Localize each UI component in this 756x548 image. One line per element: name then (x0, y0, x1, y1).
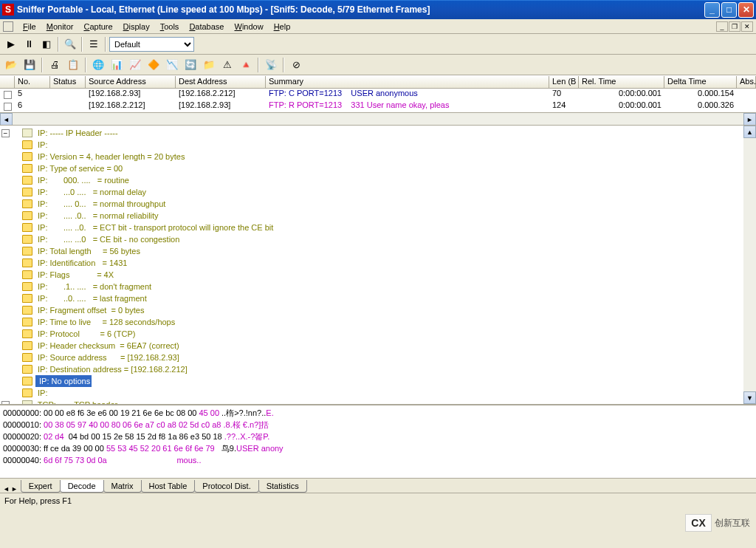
tool-icon-3[interactable]: 📈 (127, 57, 143, 73)
options-icon[interactable]: ☰ (86, 36, 102, 52)
tab-host-table[interactable]: Host Table (141, 480, 196, 493)
packet-list[interactable]: 5[192.168.2.93][192.168.2.212]FTP: C POR… (0, 89, 756, 112)
tool-icon-5[interactable]: 📉 (164, 57, 180, 73)
decode-line[interactable]: IP: .1.. .... = don't fragment (1, 281, 755, 292)
menu-database[interactable]: Database (184, 21, 229, 32)
scroll-right-icon[interactable]: ► (743, 113, 756, 126)
decode-line[interactable]: IP: (1, 139, 755, 151)
decode-line[interactable]: IP: Header checksum = 6EA7 (correct) (1, 340, 755, 352)
tree-toggle-icon[interactable]: − (1, 129, 10, 137)
folder-icon (22, 199, 32, 208)
col-rel[interactable]: Rel. Time (579, 76, 664, 88)
hex-line[interactable]: 00000000: 00 00 e8 f6 3e e6 00 19 21 6e … (3, 407, 753, 419)
decode-line[interactable]: IP: Total length = 56 bytes (1, 245, 755, 257)
menu-file[interactable]: File (18, 21, 41, 32)
menu-window[interactable]: Window (229, 21, 268, 32)
tab-matrix[interactable]: Matrix (103, 480, 142, 493)
decode-line[interactable]: IP: .... ..0. = ECT bit - transport prot… (1, 222, 755, 233)
packet-list-hscroll[interactable]: ◄ ► (0, 112, 756, 125)
decode-line[interactable]: IP: Flags = 4X (1, 269, 755, 281)
decode-line[interactable]: IP: ...0 .... = normal delay (1, 186, 755, 198)
decode-line[interactable]: IP: Protocol = 6 (TCP) (1, 328, 755, 340)
minimize-button[interactable]: _ (704, 2, 720, 18)
tab-decode[interactable]: Decode (60, 480, 104, 493)
tool-icon-11[interactable]: ⊘ (288, 57, 304, 73)
menu-capture[interactable]: Capture (78, 21, 117, 32)
hex-line[interactable]: 00000030: ff ce da 39 00 00 55 53 45 52 … (3, 442, 753, 454)
packet-row[interactable]: 6[192.168.2.212][192.168.2.93]FTP: R POR… (0, 100, 756, 112)
scroll-left-icon[interactable]: ◄ (0, 113, 13, 126)
profile-select[interactable]: Default (109, 37, 194, 52)
tool-icon-4[interactable]: 🔶 (145, 57, 162, 73)
col-abs[interactable]: Abs. Time (737, 76, 756, 88)
col-no[interactable]: No. (15, 76, 50, 88)
window-title: Sniffer Portable - Local, Ethernet (Line… (17, 4, 704, 15)
hex-line[interactable]: 00000040: 6d 6f 75 73 0d 0a mous.. (3, 454, 753, 466)
tool-icon-8[interactable]: ⚠ (219, 57, 236, 73)
menu-help[interactable]: Help (269, 21, 296, 32)
tree-toggle-icon[interactable]: − (1, 401, 10, 405)
col-dst[interactable]: Dest Address (176, 76, 266, 88)
decode-line[interactable]: IP: Version = 4, header length = 20 byte… (1, 151, 755, 162)
decode-pane[interactable]: − IP: ----- IP Header ----- IP: IP: Vers… (0, 125, 756, 404)
hex-line[interactable]: 00000020: 02 d4 04 bd 00 15 2e 58 15 2d … (3, 431, 753, 442)
tab-statistics[interactable]: Statistics (258, 480, 307, 493)
mdi-close[interactable]: ✕ (741, 21, 753, 32)
col-src[interactable]: Source Address (86, 76, 176, 88)
decode-line[interactable]: IP: 000. .... = routine (1, 174, 755, 186)
tab-expert[interactable]: Expert (21, 480, 61, 493)
decode-line[interactable]: IP: .... ...0 = CE bit - no congestion (1, 233, 755, 245)
row-checkbox[interactable] (4, 91, 12, 99)
decode-line[interactable]: IP: Fragment offset = 0 bytes (1, 304, 755, 316)
scroll-up-icon[interactable]: ▲ (743, 126, 756, 138)
stop-button[interactable]: ◧ (38, 36, 55, 52)
decode-line[interactable]: − IP: ----- IP Header ----- (1, 127, 755, 139)
menu-tools[interactable]: Tools (155, 21, 185, 32)
tool-icon-2[interactable]: 📊 (109, 57, 125, 73)
folder-icon (22, 329, 32, 338)
col-status[interactable]: Status (50, 76, 86, 88)
pause-button[interactable]: ⏸ (21, 36, 37, 52)
menu-monitor[interactable]: Monitor (41, 21, 79, 32)
close-button[interactable]: ✕ (738, 2, 754, 18)
binoculars-icon[interactable]: 🔍 (62, 36, 78, 52)
decode-line[interactable]: − TCP: ----- TCP header ----- (1, 399, 755, 404)
maximize-button[interactable]: □ (721, 2, 737, 18)
decode-line[interactable]: IP: (1, 387, 755, 399)
scroll-down-icon[interactable]: ▼ (743, 391, 756, 404)
view-tabs: ◄►ExpertDecodeMatrixHost TableProtocol D… (0, 478, 756, 493)
decode-line[interactable]: IP: ..0. .... = last fragment (1, 292, 755, 304)
copy-icon[interactable]: 📋 (65, 57, 81, 73)
decode-line[interactable]: IP: Source address = [192.168.2.93] (1, 352, 755, 363)
packet-row[interactable]: 5[192.168.2.93][192.168.2.212]FTP: C POR… (0, 89, 756, 100)
row-checkbox[interactable] (4, 103, 12, 111)
open-icon[interactable]: 📂 (3, 57, 19, 73)
mdi-minimize[interactable]: _ (716, 21, 728, 32)
play-button[interactable]: ▶ (3, 36, 19, 52)
col-delta[interactable]: Delta Time (664, 76, 737, 88)
save-icon[interactable]: 💾 (21, 57, 38, 73)
col-len[interactable]: Len (B (549, 76, 579, 88)
decode-line[interactable]: IP: .... .0.. = normal reliability (1, 210, 755, 222)
capture-toolbar: ▶ ⏸ ◧ 🔍 ☰ Default (0, 34, 756, 55)
file-toolbar: 📂 💾 🖨 📋 🌐 📊 📈 🔶 📉 🔄 📁 ⚠ 🔺 📡 ⊘ (0, 55, 756, 75)
hex-pane[interactable]: 00000000: 00 00 e8 f6 3e e6 00 19 21 6e … (0, 404, 756, 478)
tab-protocol-dist-[interactable]: Protocol Dist. (194, 480, 258, 493)
mdi-restore[interactable]: ❐ (729, 21, 740, 32)
tool-icon-1[interactable]: 🌐 (90, 57, 106, 73)
decode-line[interactable]: IP: Destination address = [192.168.2.212… (1, 363, 755, 375)
tool-icon-10[interactable]: 📡 (263, 57, 279, 73)
hex-line[interactable]: 00000010: 00 38 05 97 40 00 80 06 6e a7 … (3, 419, 753, 431)
decode-line[interactable]: IP: .... 0... = normal throughput (1, 198, 755, 210)
decode-line[interactable]: IP: Time to live = 128 seconds/hops (1, 316, 755, 328)
tool-icon-6[interactable]: 🔄 (182, 57, 199, 73)
folder-icon (22, 400, 32, 404)
tool-icon-9[interactable]: 🔺 (238, 57, 254, 73)
menu-display[interactable]: Display (118, 21, 155, 32)
decode-line[interactable]: IP: Type of service = 00 (1, 162, 755, 174)
tool-icon-7[interactable]: 📁 (201, 57, 217, 73)
print-icon[interactable]: 🖨 (47, 57, 63, 73)
decode-line[interactable]: IP: Identification = 1431 (1, 257, 755, 269)
decode-line[interactable]: IP: No options (1, 375, 755, 387)
col-summary[interactable]: Summary (266, 76, 549, 88)
